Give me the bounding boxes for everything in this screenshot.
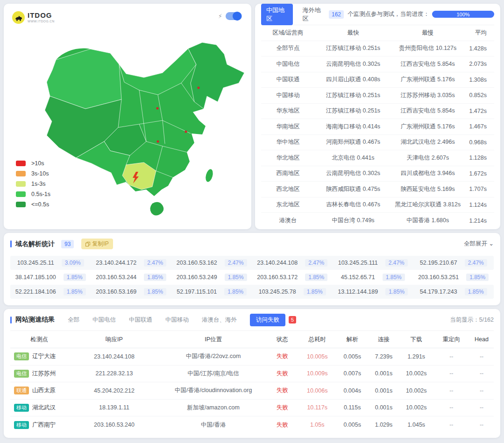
stats-cell: 江西吉安电信 5.854s [391,60,464,68]
stats-cell: 天津电信 2.607s [391,154,464,162]
stats-cell: 广东潮州联通 5.176s [391,123,464,131]
tab-china-region[interactable]: 中国地区 [261,4,293,25]
dns-ip-entry: 103.245.25.1112.47% [333,256,413,270]
stats-cell: 黑龙江哈尔滨联通 3.812s [391,201,464,209]
logo-title: ITDOG [28,12,55,19]
stats-table-header-row: 区域/运营商最快最慢平均 [261,25,494,41]
dns-ip-value[interactable]: 52.221.184.106 [15,288,56,295]
map-legend: >10s3s-10s1s-3s0.5s-1s<=0.5s [16,158,50,210]
speed-table-row: 移动广西南宁203.160.53.240中国/香港失败1.05s0.005s1.… [10,416,494,434]
lightning-icon: ⚡ [218,13,222,20]
dns-ip-value[interactable]: 45.152.65.71 [341,274,375,281]
stats-cell: 1.467s [464,123,494,130]
chevron-down-icon: ⌄ [489,240,494,247]
dns-ip-entry: 203.160.53.1622.47% [171,256,252,270]
stats-header: 中国地区 海外地区 162 个监测点参与测试，当前进度： 100% [261,4,494,25]
node-cell: 电信辽宁大连 [10,352,68,360]
stats-cell: 0.852s [464,92,494,98]
stats-cell: 1.214s [464,218,494,224]
stats-table-row: 华东地区江苏镇江移动 0.251s江西吉安电信 5.854s1.472s [261,104,494,120]
legend-label: 0.5s-1s [31,191,50,197]
map-marker-dot [185,130,187,133]
stats-cell: 四川眉山联通 0.408s [315,76,392,84]
connect-time: 7.239s [368,353,399,360]
filter-tab-2[interactable]: 中国联通 [129,316,152,324]
dns-ip-value[interactable]: 23.140.244.172 [96,260,136,266]
stats-cell: 东北地区 [261,201,315,209]
speed-col-header: 重定向 [433,336,470,344]
filter-tab-3[interactable]: 中国移动 [165,316,189,324]
dns-ip-entry: 203.160.53.1721.85% [252,270,333,284]
filter-tab-4[interactable]: 港澳台、海外 [202,316,237,324]
dns-ip-value[interactable]: 103.245.25.111 [338,260,378,266]
dns-ip-percent: 2.47% [305,259,327,267]
fail-filter-button[interactable]: 访问失败 [250,314,285,326]
dns-ip-value[interactable]: 203.160.53.169 [96,288,136,295]
copy-ip-button[interactable]: 复制IP [81,239,113,249]
dns-ip-entry: 103.245.25.781.85% [252,285,333,299]
copy-icon [85,242,90,246]
stats-cell: 1.472s [464,108,494,114]
dns-ip-entry: 54.179.17.2431.85% [413,285,494,299]
dns-ip-entry: 45.152.65.711.85% [333,270,413,284]
stats-cell: 西南地区 [261,169,315,177]
filter-tab-0[interactable]: 全部 [68,316,79,324]
stats-cell: 云南昆明电信 0.302s [315,169,392,177]
dns-time: 0.115s [337,404,368,411]
dns-ip-value[interactable]: 203.160.53.244 [96,274,136,281]
tab-overseas-region[interactable]: 海外地区 [298,4,329,25]
stats-table-row: 中国电信云南昆明电信 0.302s江西吉安电信 5.854s2.073s [261,56,494,72]
stats-table-row: 全部节点江苏镇江移动 0.251s贵州贵阳电信 10.127s1.428s [261,41,494,57]
status-value: 失败 [267,404,298,412]
dns-ip-value[interactable]: 23.140.244.108 [257,260,298,266]
speed-col-header: 响应IP [68,336,160,344]
dns-time: 0.005s [337,353,368,360]
node-cell: 联通山西太原 [10,387,68,394]
response-ip: 18.139.1.11 [68,404,160,411]
province-northeast[interactable] [188,42,244,109]
dns-ip-value[interactable]: 38.147.185.100 [15,274,56,281]
dns-ip-value[interactable]: 103.245.25.78 [259,288,296,295]
dns-ip-value[interactable]: 203.160.53.251 [418,274,459,281]
dns-ip-value[interactable]: 52.195.210.67 [420,260,457,266]
stats-cell: 江苏镇江移动 0.251s [315,91,392,99]
taiwan-island[interactable] [205,169,214,183]
filter-tab-1[interactable]: 中国电信 [92,316,116,324]
speed-mode-toggle[interactable]: ⚡ [218,12,242,20]
stats-cell: 0.968s [464,139,494,146]
dns-ip-percent: 2.47% [225,259,247,267]
stats-cell: 港澳台 [261,217,315,225]
dns-ip-value[interactable]: 203.160.53.249 [177,274,217,281]
dns-ip-value[interactable]: 13.112.144.189 [338,288,378,295]
toggle-switch[interactable] [226,12,242,20]
dns-ip-entry: 203.160.53.2491.85% [171,270,252,284]
dns-grid-row: 38.147.185.1001.85%203.160.53.2441.85%20… [10,270,494,284]
stats-table-row: 华北地区北京电信 0.441s天津电信 2.607s1.128s [261,150,494,166]
dns-ip-value[interactable]: 52.197.115.101 [177,288,217,295]
dns-ip-percent: 1.85% [225,274,247,281]
speed-col-header: 下载 [399,336,433,344]
node-cell: 移动湖北武汉 [10,404,68,412]
dns-ip-value[interactable]: 203.160.53.162 [177,260,217,266]
dns-time: 0.007s [337,370,368,377]
dns-ip-value[interactable]: 54.179.17.243 [420,288,457,295]
stats-table-row: 港澳台中国台湾 0.749s中国香港 1.680s1.214s [261,213,494,229]
dns-ip-value[interactable]: 103.245.25.11 [17,260,54,266]
itdog-logo[interactable]: ITDOG WWW.ITDOG.CN [12,11,55,24]
dns-ip-entry: 103.245.25.113.09% [10,256,91,270]
stats-table-row: 中国移动江苏镇江移动 0.251s江苏苏州移动 3.035s0.852s [261,88,494,104]
dns-ip-value[interactable]: 203.160.53.172 [257,274,298,281]
total-time: 10.005s [298,353,337,360]
total-time: 10.009s [298,370,337,377]
isp-badge: 电信 [14,352,29,360]
speed-section-title: 网站测速结果 [15,316,55,324]
speed-col-header: IP位置 [160,336,267,344]
legend-item: 1s-3s [16,179,50,189]
hainan-island[interactable] [150,202,163,216]
expand-all-button[interactable]: 全部展开 ⌄ [464,240,494,248]
ip-location: 中国/江苏/南京/电信 [160,370,267,378]
legend-swatch [16,161,26,166]
stats-table-row: 华中地区河南郑州联通 0.467s湖北武汉电信 2.496s0.968s [261,135,494,151]
stats-table-row: 西北地区陕西咸阳联通 0.475s陕西延安电信 5.169s1.707s [261,182,494,197]
legend-label: <=0.5s [31,201,49,208]
